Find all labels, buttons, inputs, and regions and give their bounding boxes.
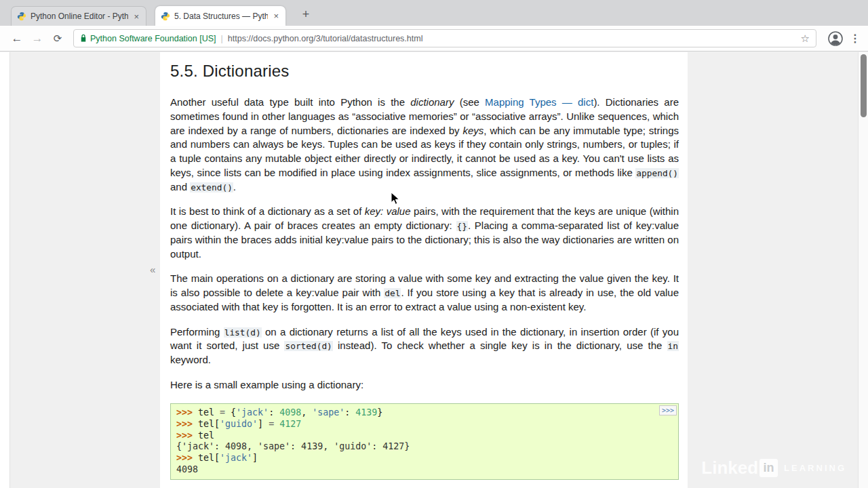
navigation-bar: ← → ⟳ Python Software Foundation [US] | … [0,26,868,52]
inline-code: list(d) [224,327,262,338]
left-strip [0,52,10,488]
back-button[interactable]: ← [7,32,27,45]
inline-code: append() [635,168,679,178]
python-favicon-icon [161,12,170,21]
reload-button[interactable]: ⟳ [47,33,68,45]
prompt-toggle-button[interactable]: >>> [659,405,677,415]
paragraph: The main operations on a dictionary are … [170,272,679,314]
inline-code: del [384,288,401,298]
tab-data-structures[interactable]: 5. Data Structures — Python 3 × [155,6,285,26]
code-example-block: >>> >>> tel = {'jack': 4098, 'sape': 413… [170,403,679,480]
page-content: « 5.5. Dictionaries Another useful data … [0,52,868,488]
security-label: Python Software Foundation [US] [90,34,216,43]
watermark-learning: LEARNING [784,463,846,473]
paragraph: Here is a small example using a dictiona… [170,378,679,392]
linkedin-learning-watermark: Linked in LEARNING [701,458,846,479]
scrollbar-thumb[interactable] [861,54,867,117]
tab-title: 5. Data Structures — Python 3 [174,12,268,21]
address-bar[interactable]: Python Software Foundation [US] | https:… [73,29,816,47]
paragraph: It is best to think of a dictionary as a… [170,205,679,261]
inline-link[interactable]: Mapping Types — dict [485,96,593,108]
bookmark-star-icon[interactable]: ☆ [801,33,810,45]
inline-code: {} [456,221,468,231]
document-body: 5.5. Dictionaries Another useful data ty… [160,52,688,488]
profile-icon[interactable] [827,30,844,47]
emphasis-text: dictionary [410,96,454,108]
section-heading: 5.5. Dictionaries [170,62,679,81]
mouse-cursor [391,192,400,208]
emphasis-text: keys [463,125,484,136]
lock-icon [80,34,87,43]
sidebar-collapse-handle[interactable]: « [150,264,155,275]
page-scrollbar[interactable] [858,52,868,488]
tab-python-online-editor[interactable]: Python Online Editor - Python × [11,6,146,26]
python-favicon-icon [17,12,26,21]
linkedin-logo: in [760,459,778,477]
paragraph: Performing list(d) on a dictionary retur… [170,325,679,367]
close-tab-icon[interactable]: × [272,11,280,21]
close-tab-icon[interactable]: × [132,12,140,22]
new-tab-button[interactable]: + [297,6,315,22]
watermark-linked: Linked [701,458,758,479]
emphasis-text: key: value [365,205,411,217]
overflow-menu-icon[interactable]: ⋮ [849,32,861,45]
inline-code: extend() [190,182,233,192]
inline-code: in [667,341,679,351]
paragraphs: Another useful data type built into Pyth… [170,96,679,392]
forward-button[interactable]: → [27,32,47,45]
url-separator: | [221,34,223,43]
paragraph: Another useful data type built into Pyth… [170,96,679,194]
tab-strip: Python Online Editor - Python × 5. Data … [0,0,868,26]
code-pre: >>> tel = {'jack': 4098, 'sape': 4139} >… [176,407,673,476]
url-text: https://docs.python.org/3/tutorial/datas… [228,34,795,43]
tab-title: Python Online Editor - Python [31,12,128,21]
inline-code: sorted(d) [284,341,332,351]
